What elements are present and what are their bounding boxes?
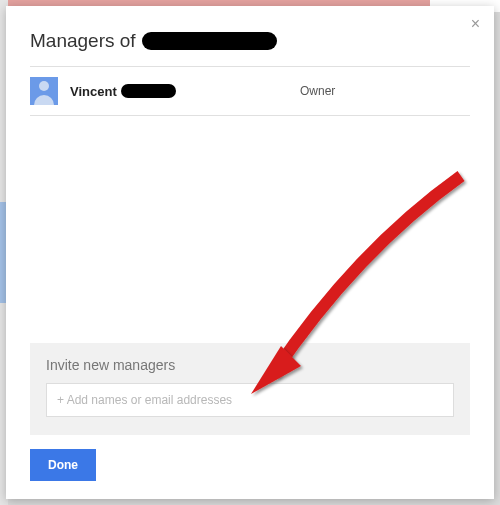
redacted-surname xyxy=(121,84,176,98)
redacted-business-name xyxy=(142,32,277,50)
done-button[interactable]: Done xyxy=(30,449,96,481)
spacer xyxy=(30,116,470,343)
invite-input[interactable] xyxy=(46,383,454,417)
managers-dialog: × Managers of Vincent Owner Invite new m… xyxy=(6,6,494,499)
close-icon[interactable]: × xyxy=(471,16,480,32)
invite-heading: Invite new managers xyxy=(46,357,454,373)
manager-row: Vincent Owner xyxy=(30,67,470,116)
manager-name: Vincent xyxy=(70,84,300,99)
invite-section: Invite new managers xyxy=(30,343,470,435)
title-prefix: Managers of xyxy=(30,30,136,52)
avatar-icon xyxy=(30,77,58,105)
manager-name-visible: Vincent xyxy=(70,84,117,99)
manager-role: Owner xyxy=(300,84,335,98)
dialog-title: Managers of xyxy=(30,30,470,66)
